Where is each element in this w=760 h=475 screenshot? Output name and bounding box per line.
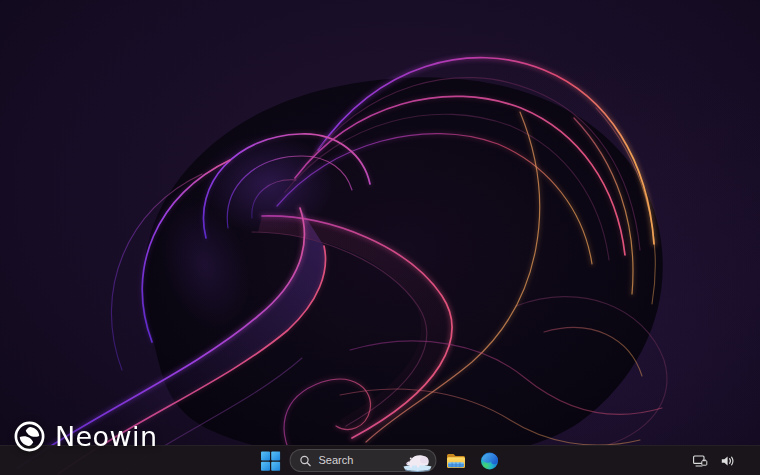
start-button[interactable] — [256, 448, 286, 474]
brand-name: Neowin — [55, 423, 157, 450]
neowin-orb-icon — [13, 420, 46, 453]
search-icon — [300, 455, 312, 467]
taskbar-center: Search — [256, 446, 505, 475]
file-explorer-button[interactable] — [441, 448, 471, 474]
desktop: Neowin Search — [0, 0, 760, 475]
edge-button[interactable] — [475, 448, 505, 474]
network-display-icon — [693, 455, 708, 467]
system-tray — [691, 446, 738, 475]
speaker-icon — [721, 455, 736, 467]
volume-tray-button[interactable] — [719, 453, 738, 469]
network-tray-button[interactable] — [691, 453, 710, 469]
search-box[interactable]: Search — [290, 449, 437, 472]
folder-icon — [446, 452, 465, 469]
edge-icon — [481, 452, 499, 470]
neowin-watermark: Neowin — [13, 420, 157, 453]
wallpaper-bloom — [0, 0, 760, 475]
polar-bear-on-ice-icon — [402, 447, 434, 472]
windows-logo-icon — [261, 451, 281, 471]
search-placeholder: Search — [319, 455, 354, 466]
